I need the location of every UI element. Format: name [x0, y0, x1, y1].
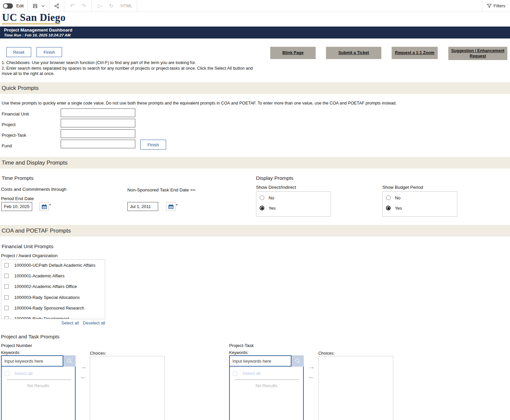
finish-button[interactable]: Finish [36, 47, 62, 57]
chevron-down-icon[interactable] [40, 1, 46, 11]
checkbox-icon[interactable] [4, 284, 9, 289]
toolbar-divider [28, 0, 28, 12]
radio-unchecked-icon[interactable] [386, 195, 391, 200]
blink-page-button[interactable]: Blink Page [270, 47, 316, 59]
suggestion-request-button[interactable]: Suggestion / Enhancement Request [448, 47, 507, 60]
budget-period-option-yes[interactable]: Yes [386, 205, 402, 211]
radio-unchecked-icon[interactable] [260, 195, 264, 200]
checkbox-icon[interactable] [4, 316, 9, 319]
task-end-date-label: Non-Sponsored Task End Date >= [127, 187, 195, 192]
undo-icon[interactable]: ↶ [68, 1, 77, 11]
org-option-label: 1000000-UCPath Default Academic Affairs [14, 263, 96, 268]
edit-toggle-knob [4, 4, 8, 8]
direct-indirect-option-no[interactable]: No [260, 195, 274, 200]
budget-period-option-no[interactable]: No [386, 195, 401, 200]
fund-label: Fund [2, 143, 12, 148]
checkbox-icon[interactable] [4, 263, 9, 267]
task-end-date-input[interactable] [127, 202, 158, 211]
radio-label: No [269, 195, 274, 200]
project-task-panel-label: Project-Task [229, 343, 254, 348]
move-left-icon[interactable]: ← [308, 373, 315, 380]
checkbox-icon[interactable] [4, 295, 9, 300]
project-task-keywords-input[interactable] [229, 355, 291, 367]
financial-unit-input[interactable] [61, 108, 135, 117]
org-option-label: 1000005-Rady Development [14, 316, 69, 319]
instruction-line-1: 1. Checkboxes: Use your browser search f… [2, 60, 257, 66]
project-task-input[interactable] [61, 129, 135, 138]
direct-indirect-option-yes[interactable]: Yes [260, 205, 276, 211]
html-mode-label[interactable]: HTML [120, 3, 132, 8]
save-icon[interactable] [31, 1, 40, 11]
period-end-date-label: Period End Date [1, 196, 34, 201]
submit-ticket-button[interactable]: Submit a Ticket [326, 47, 381, 59]
project-task-search-button[interactable] [291, 355, 304, 367]
checkbox-icon[interactable] [4, 306, 9, 310]
toolbar-divider [64, 0, 64, 12]
checkbox-disabled-icon [233, 371, 237, 376]
project-task-results-box[interactable]: Select all No Results [229, 367, 304, 420]
filters-button[interactable]: Filters [482, 3, 510, 8]
project-number-keywords-input[interactable] [1, 355, 63, 367]
radio-checked-icon[interactable] [260, 206, 264, 210]
move-right-icon[interactable]: → [80, 363, 87, 370]
period-end-date-input[interactable] [1, 202, 32, 211]
org-option[interactable]: 1000000-UCPath Default Academic Affairs [1, 260, 105, 270]
fund-input[interactable] [61, 140, 135, 148]
project-input[interactable] [61, 119, 135, 127]
toolbar-divider [49, 0, 49, 12]
toolbar-divider [137, 0, 137, 12]
org-option[interactable]: 1000004-Rady Sponsored Research [1, 303, 105, 313]
edit-toggle-label: Edit [16, 3, 24, 8]
project-task-prompts-subheader: Project and Task Prompts [1, 334, 59, 340]
show-budget-period-group: No Yes [382, 191, 457, 217]
period-end-date-calendar-button[interactable] [39, 202, 49, 211]
time-display-title: Time and Display Prompts [2, 160, 68, 166]
refresh-icon[interactable]: ↻ [106, 1, 116, 11]
project-number-search-button[interactable] [63, 355, 76, 367]
calendar-icon [168, 204, 174, 209]
org-option[interactable]: 1000002-Academic Affairs Office [1, 281, 105, 292]
reset-button[interactable]: Reset [6, 47, 31, 57]
quick-finish-button[interactable]: Finish [140, 140, 166, 150]
task-end-date-calendar-button[interactable] [166, 202, 175, 211]
deselect-all-link[interactable]: Deselect all [83, 320, 105, 325]
coa-poetaf-section-bar: COA and POETAF Prompts [0, 225, 510, 237]
keywords-label: Keywords: [1, 350, 20, 355]
display-prompts-subheader: Display Prompts [256, 175, 293, 181]
org-option[interactable]: 1000001-Academic Affairs [1, 270, 105, 281]
calendar-caret-icon[interactable]: ▾ [176, 203, 177, 206]
report-title: Project Management Dashboard [4, 28, 510, 33]
toolbar-divider [92, 0, 92, 12]
show-budget-period-label: Show Budget Period [382, 185, 423, 190]
share-icon[interactable] [52, 1, 61, 11]
edit-toggle[interactable] [3, 3, 13, 9]
filter-icon [487, 4, 492, 8]
checkbox-disabled-icon [5, 371, 9, 376]
time-display-section-bar: Time and Display Prompts [0, 157, 510, 169]
move-right-icon[interactable]: → [308, 363, 315, 370]
choices-label: Choices: [318, 351, 335, 356]
radio-checked-icon[interactable] [386, 206, 391, 210]
project-number-choices-box[interactable] [90, 356, 165, 420]
ucsd-logo-rule [2, 24, 60, 24]
results-divider [235, 380, 299, 380]
redo-icon[interactable]: ↷ [79, 1, 88, 11]
project-award-org-listbox[interactable]: 1000000-UCPath Default Academic Affairs … [1, 259, 105, 319]
request-zoom-button[interactable]: Request a 1:1 Zoom [392, 47, 438, 59]
radio-label: No [395, 195, 401, 200]
no-results-label: No Results [230, 383, 303, 388]
instructions: 1. Checkboxes: Use your browser search f… [2, 60, 257, 77]
select-all-link[interactable]: Select all [61, 320, 79, 325]
move-left-icon[interactable]: ← [80, 373, 87, 380]
project-number-results-box[interactable]: Select all No Results [1, 367, 76, 420]
project-number-select-all[interactable]: Select all [5, 371, 32, 376]
run-icon[interactable]: ▷ [95, 1, 104, 11]
calendar-caret-icon[interactable]: ▾ [49, 203, 51, 206]
org-option[interactable]: 1000003-Rady Special Allocations [1, 292, 105, 303]
ucsd-logo: UC San Diego [2, 12, 66, 24]
org-option[interactable]: 1000005-Rady Development [1, 313, 105, 319]
project-task-select-all[interactable]: Select all [233, 371, 261, 376]
checkbox-icon[interactable] [4, 274, 9, 278]
project-task-choices-box[interactable] [318, 356, 393, 420]
org-option-label: 1000003-Rady Special Allocations [14, 295, 80, 300]
